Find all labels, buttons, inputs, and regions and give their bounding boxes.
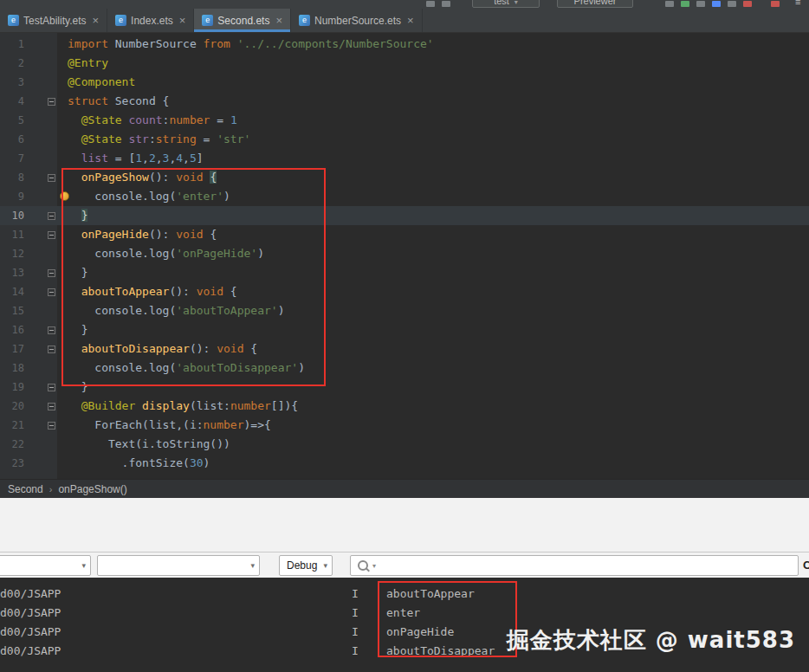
- code-line-13[interactable]: }: [57, 263, 809, 282]
- previewer-button[interactable]: Previewer: [557, 0, 633, 8]
- gutter-line[interactable]: 6: [0, 130, 57, 149]
- profiler-icon[interactable]: [712, 1, 721, 7]
- tab-close-icon[interactable]: ×: [407, 15, 414, 26]
- code-line-7[interactable]: list = [1,2,3,4,5]: [57, 149, 809, 168]
- gutter-line[interactable]: 1: [0, 35, 57, 54]
- code-line-2[interactable]: @Entry: [57, 54, 809, 73]
- tab-second-ets[interactable]: Second.ets×: [194, 9, 291, 32]
- code-line-21[interactable]: ForEach(list,(i:number)=>{: [57, 416, 809, 435]
- breadcrumb-item-method[interactable]: onPageShow(): [58, 483, 126, 495]
- log-row[interactable]: d00/JSAPPIenter: [0, 604, 809, 623]
- gutter-line[interactable]: 5: [0, 111, 57, 130]
- tab-index-ets[interactable]: Index.ets×: [107, 9, 194, 32]
- attach-icon[interactable]: [728, 1, 736, 7]
- menu-icon[interactable]: ≡: [795, 0, 800, 7]
- fold-end-icon[interactable]: [47, 206, 57, 225]
- gutter-line[interactable]: 20: [0, 397, 57, 416]
- line-number: 12: [0, 244, 47, 263]
- breadcrumb-item-struct[interactable]: Second: [8, 483, 43, 495]
- gutter: 1234567891011121314151617181920212223: [0, 33, 57, 479]
- code-line-16[interactable]: }: [57, 320, 809, 339]
- code-line-4[interactable]: struct Second {: [57, 92, 809, 111]
- tab-testability-ets[interactable]: TestAbility.ets×: [0, 9, 107, 32]
- line-number: 17: [0, 339, 47, 359]
- chevron-down-icon: ▾: [323, 561, 327, 570]
- panel-spacer: [0, 498, 809, 552]
- fold-start-icon[interactable]: [47, 416, 57, 435]
- gutter-line[interactable]: 4: [0, 92, 57, 111]
- code-line-20[interactable]: @Builder display(list:number[]){: [57, 397, 809, 416]
- gutter-line[interactable]: 23: [0, 454, 57, 473]
- gutter-line[interactable]: 15: [0, 301, 57, 320]
- intention-bulb-icon[interactable]: [60, 191, 69, 201]
- fold-start-icon[interactable]: [47, 225, 57, 244]
- fold-end-icon[interactable]: [47, 320, 57, 339]
- code-line-12[interactable]: console.log('onPageHide'): [57, 244, 809, 263]
- gutter-line[interactable]: 8: [0, 168, 57, 187]
- gutter-line[interactable]: 17: [0, 339, 57, 359]
- gutter-line[interactable]: 10: [0, 206, 57, 225]
- tab-numbersource-ets[interactable]: NumberSource.ets×: [291, 9, 423, 32]
- fold-start-icon[interactable]: [47, 282, 57, 301]
- gutter-line[interactable]: 11: [0, 225, 57, 244]
- gutter-line[interactable]: 22: [0, 435, 57, 454]
- tab-close-icon[interactable]: ×: [275, 15, 282, 26]
- fold-start-icon[interactable]: [47, 168, 57, 187]
- tab-close-icon[interactable]: ×: [92, 15, 99, 26]
- device-select[interactable]: ▾: [0, 555, 91, 576]
- tab-label: Index.ets: [131, 15, 173, 27]
- run-config-combo[interactable]: test▾: [472, 0, 540, 8]
- gutter-line[interactable]: 9: [0, 187, 57, 206]
- code-line-5[interactable]: @State count:number = 1: [57, 111, 809, 130]
- gutter-line[interactable]: 21: [0, 416, 57, 435]
- code-line-3[interactable]: @Component: [57, 73, 809, 92]
- fold-end-icon[interactable]: [47, 378, 57, 397]
- code-line-14[interactable]: aboutToAppear(): void {: [57, 282, 809, 301]
- code-line-15[interactable]: console.log('aboutToAppear'): [57, 301, 809, 320]
- gutter-line[interactable]: 19: [0, 378, 57, 397]
- fold-start-icon[interactable]: [47, 339, 57, 359]
- gutter-line[interactable]: 14: [0, 282, 57, 301]
- stop-icon[interactable]: [743, 1, 752, 7]
- log-level: I: [352, 585, 369, 604]
- debug-icon[interactable]: [681, 1, 689, 7]
- gutter-line[interactable]: 18: [0, 359, 57, 378]
- code-line-1[interactable]: import NumberSource from '../../componts…: [57, 35, 809, 54]
- breadcrumb: Second › onPageShow(): [0, 479, 809, 498]
- code-editor[interactable]: 1234567891011121314151617181920212223 im…: [0, 33, 809, 479]
- ets-file-icon: [115, 15, 126, 26]
- code-line-17[interactable]: aboutToDisappear(): void {: [57, 339, 809, 359]
- code-line-11[interactable]: onPageHide(): void {: [57, 225, 809, 244]
- gutter-line[interactable]: 2: [0, 54, 57, 73]
- code-line-19[interactable]: }: [57, 378, 809, 397]
- sync-icon[interactable]: [426, 1, 435, 7]
- code-line-23[interactable]: .fontSize(30): [57, 454, 809, 473]
- code-line-18[interactable]: console.log('aboutToDisappear'): [57, 359, 809, 378]
- code-line-10[interactable]: }: [57, 206, 809, 225]
- ets-file-icon: [299, 15, 310, 26]
- line-number: 9: [0, 187, 47, 206]
- code-line-22[interactable]: Text(i.toString()): [57, 435, 809, 454]
- log-level-select[interactable]: Debug ▾: [279, 555, 333, 576]
- fold-start-icon[interactable]: [47, 397, 57, 416]
- code-line-6[interactable]: @State str:string = 'str': [57, 130, 809, 149]
- gutter-line[interactable]: 7: [0, 149, 57, 168]
- code-line-9[interactable]: console.log('enter'): [57, 187, 809, 206]
- line-number: 4: [0, 92, 47, 111]
- build-icon[interactable]: [442, 1, 450, 7]
- fold-start-icon[interactable]: [47, 92, 57, 111]
- log-search-input[interactable]: ▾: [350, 555, 799, 576]
- gutter-line[interactable]: 3: [0, 73, 57, 92]
- hot-reload-icon[interactable]: [771, 1, 780, 7]
- gutter-line[interactable]: 16: [0, 320, 57, 339]
- gutter-line[interactable]: 12: [0, 244, 57, 263]
- process-select[interactable]: ▾: [97, 555, 260, 576]
- gutter-line[interactable]: 13: [0, 263, 57, 282]
- coverage-icon[interactable]: [696, 1, 705, 7]
- code-line-8[interactable]: onPageShow(): void {: [57, 168, 809, 187]
- log-row[interactable]: d00/JSAPPIaboutToAppear: [0, 585, 809, 604]
- run-icon[interactable]: [665, 1, 674, 7]
- line-number: 13: [0, 263, 47, 282]
- tab-close-icon[interactable]: ×: [179, 15, 186, 26]
- fold-end-icon[interactable]: [47, 263, 57, 282]
